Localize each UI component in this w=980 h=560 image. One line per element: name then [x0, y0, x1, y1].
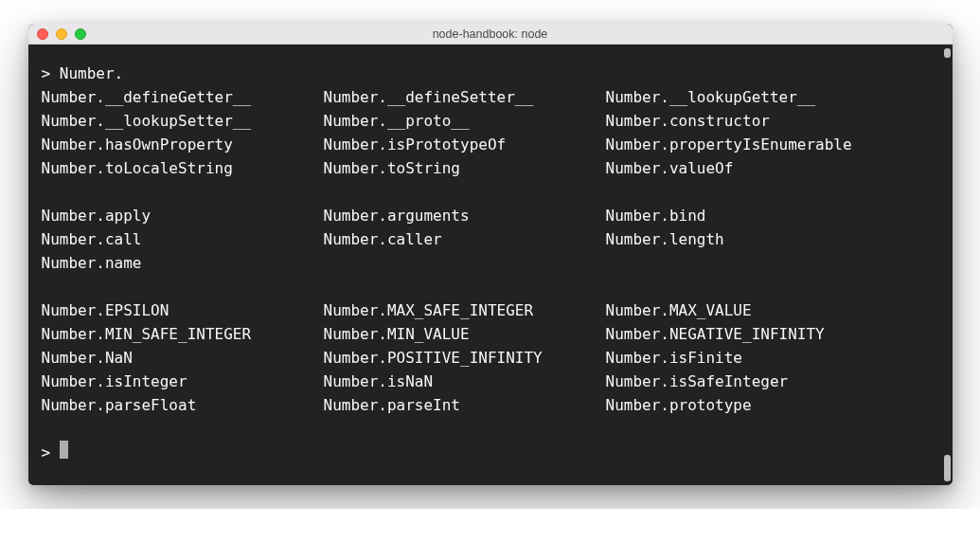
completion-row: Number.isIntegerNumber.isNaNNumber.isSaf…: [42, 370, 939, 393]
completion-item: Number.__defineGetter__: [42, 85, 324, 109]
completion-item: Number.arguments: [324, 204, 606, 227]
completion-row: Number.hasOwnPropertyNumber.isPrototypeO…: [42, 133, 939, 156]
completion-row: Number.NaNNumber.POSITIVE_INFINITYNumber…: [42, 346, 939, 370]
completion-item: Number.isNaN: [324, 370, 606, 393]
terminal-body[interactable]: > Number. Number.__defineGetter__Number.…: [28, 45, 953, 485]
completion-item: Number.__lookupSetter__: [42, 109, 324, 133]
completion-item: Number.__proto__: [324, 109, 606, 133]
prompt-input: Number.: [60, 62, 123, 85]
completion-item: Number.POSITIVE_INFINITY: [324, 346, 606, 370]
completion-item: Number.toString: [324, 156, 606, 180]
completion-row: Number.EPSILONNumber.MAX_SAFE_INTEGERNum…: [42, 298, 939, 322]
window-title: node-handbook: node: [28, 27, 953, 41]
completion-row: Number.callNumber.callerNumber.length: [42, 227, 939, 251]
completion-item: Number.name: [42, 251, 324, 275]
completion-row: Number.name: [42, 251, 939, 275]
traffic-lights: [37, 28, 86, 40]
blank-line: [42, 275, 939, 298]
completion-item: Number.toLocaleString: [42, 156, 324, 180]
completion-item: Number.call: [42, 227, 324, 251]
completion-item: [324, 251, 606, 275]
blank-line: [42, 417, 939, 441]
completion-item: Number.apply: [42, 204, 324, 227]
prompt-line: >: [42, 441, 939, 464]
completion-item: Number.__defineSetter__: [324, 85, 606, 109]
completion-item: Number.NaN: [42, 346, 324, 370]
completion-item: Number.valueOf: [606, 156, 734, 180]
cursor-icon: [60, 441, 68, 459]
completion-item: Number.MIN_VALUE: [324, 322, 606, 346]
completion-item: Number.MIN_SAFE_INTEGER: [42, 322, 324, 346]
completion-item: Number.parseInt: [324, 393, 606, 417]
completion-row: Number.__lookupSetter__Number.__proto__N…: [42, 109, 939, 133]
completion-item: Number.bind: [606, 204, 706, 227]
completion-item: Number.prototype: [606, 393, 752, 417]
completion-item: Number.length: [606, 227, 724, 251]
scrollbar-resize-handle[interactable]: [944, 48, 951, 58]
minimize-icon[interactable]: [56, 28, 67, 40]
prompt-line: > Number.: [42, 62, 939, 85]
completion-item: Number.__lookupGetter__: [606, 85, 816, 109]
completion-row: Number.applyNumber.argumentsNumber.bind: [42, 204, 939, 227]
completion-item: Number.parseFloat: [42, 393, 324, 417]
completion-item: Number.constructor: [606, 109, 770, 133]
completion-item: Number.isInteger: [42, 370, 324, 393]
prompt-symbol: >: [42, 62, 60, 85]
completion-item: Number.propertyIsEnumerable: [606, 133, 852, 156]
completion-row: Number.MIN_SAFE_INTEGERNumber.MIN_VALUEN…: [42, 322, 939, 346]
completion-row: Number.toLocaleStringNumber.toStringNumb…: [42, 156, 939, 180]
completion-item: Number.isFinite: [606, 346, 743, 370]
completion-item: Number.MAX_VALUE: [606, 298, 752, 322]
blank-line: [42, 180, 939, 204]
completion-item: Number.MAX_SAFE_INTEGER: [324, 298, 606, 322]
completion-item: Number.NEGATIVE_INFINITY: [606, 322, 825, 346]
completion-item: Number.hasOwnProperty: [42, 133, 324, 156]
prompt-symbol: >: [42, 441, 60, 464]
close-icon[interactable]: [37, 28, 48, 40]
scrollbar[interactable]: [943, 48, 951, 481]
completion-item: Number.caller: [324, 227, 606, 251]
terminal-window: node-handbook: node > Number. Number.__d…: [28, 24, 953, 485]
titlebar[interactable]: node-handbook: node: [28, 24, 953, 45]
completion-row: Number.parseFloatNumber.parseIntNumber.p…: [42, 393, 939, 417]
completion-row: Number.__defineGetter__Number.__defineSe…: [42, 85, 939, 109]
maximize-icon[interactable]: [75, 28, 86, 40]
completion-item: Number.isSafeInteger: [606, 370, 789, 393]
scrollbar-thumb[interactable]: [944, 455, 951, 481]
completion-item: Number.isPrototypeOf: [324, 133, 606, 156]
completion-item: Number.EPSILON: [42, 298, 324, 322]
